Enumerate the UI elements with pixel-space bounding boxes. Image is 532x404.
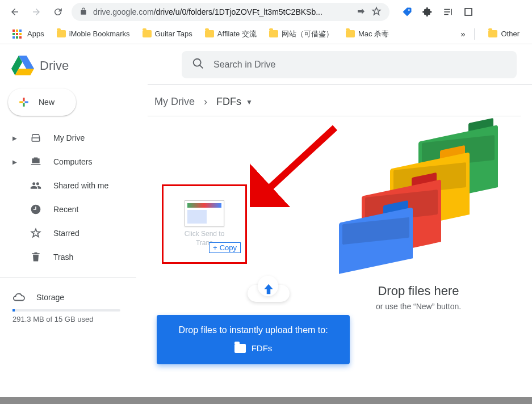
drop-banner-text: Drop files to instantly upload them to: (168, 325, 338, 335)
breadcrumb-root[interactable]: My Drive (154, 96, 195, 108)
bookmark-label: Affilate 交流 (217, 29, 257, 39)
nav-trash[interactable]: Trash (0, 245, 148, 269)
breadcrumb-current-label: FDFs (216, 96, 241, 108)
apps-label: Apps (27, 30, 44, 38)
bookmarks-overflow[interactable]: » (460, 29, 465, 39)
new-button-label: New (39, 98, 55, 107)
bookmark-label: iMobie Bookmarks (69, 30, 130, 38)
search-input[interactable]: Search in Drive (182, 51, 517, 78)
storage-used-text: 291.3 MB of 15 GB used (0, 315, 148, 323)
bookmark-label: Guitar Taps (155, 30, 192, 38)
shared-icon (30, 179, 42, 192)
share-icon[interactable] (357, 7, 366, 18)
drop-subtitle: or use the “New” button. (339, 302, 498, 311)
svg-point-0 (408, 9, 410, 11)
nav-label: Shared with me (53, 181, 108, 190)
nav-label: Computers (53, 157, 92, 166)
bookmark-folder[interactable]: Guitar Taps (138, 27, 197, 40)
nav-label: Storage (36, 293, 64, 302)
other-bookmarks[interactable]: Other (484, 27, 524, 40)
main-content: Search in Drive My Drive › FDFs ▼ Click … (148, 44, 532, 404)
reload-button[interactable] (50, 4, 66, 20)
starred-icon (30, 227, 42, 239)
nav-starred[interactable]: Starred (0, 221, 148, 245)
apps-shortcut[interactable]: Apps (8, 27, 49, 41)
drop-zone[interactable]: Click Send to Trans + Copy (148, 116, 532, 366)
plus-icon (16, 94, 32, 110)
bookmark-folder[interactable]: 网站（可借鉴） (265, 27, 338, 41)
nav-label: Starred (53, 229, 79, 238)
breadcrumb-current[interactable]: FDFs ▼ (216, 96, 253, 108)
folder-icon (57, 30, 66, 37)
storage-progress (12, 309, 120, 312)
bookmark-label: Other (501, 30, 520, 38)
folder-icon (143, 30, 152, 37)
breadcrumb: My Drive › FDFs ▼ (148, 85, 532, 116)
url-text: drive.google.com/drive/u/0/folders/1DTjo… (93, 7, 351, 16)
copy-label: Copy (220, 243, 237, 252)
bookmarks-bar: Apps iMobie Bookmarks Guitar Taps Affila… (0, 24, 532, 44)
bookmark-folder[interactable]: iMobie Bookmarks (52, 27, 135, 40)
chevron-right-icon: ▶ (12, 135, 18, 141)
nav-my-drive[interactable]: ▶ My Drive (0, 126, 148, 150)
folder-icon (234, 344, 246, 353)
product-name: Drive (40, 58, 69, 73)
annotation-arrow (250, 122, 341, 207)
folder-icon (269, 30, 278, 37)
apps-icon (12, 30, 22, 39)
reading-list-icon[interactable] (442, 6, 454, 18)
logo-row[interactable]: Drive (0, 50, 148, 86)
search-icon (192, 57, 204, 72)
computers-icon (30, 155, 42, 168)
bookmark-label: 网站（可借鉴） (282, 29, 333, 39)
forward-button[interactable] (28, 4, 44, 20)
folder-icon (488, 30, 497, 37)
svg-rect-1 (465, 9, 472, 15)
new-button[interactable]: New (8, 89, 76, 116)
drop-text: Drop files here or use the “New” button. (339, 284, 498, 311)
drive-app: Drive New ▶ My Drive ▶ Computers Shared … (0, 44, 532, 404)
nav-recent[interactable]: Recent (0, 197, 148, 221)
bookmark-folder[interactable]: Affilate 交流 (200, 27, 261, 41)
nav-computers[interactable]: ▶ Computers (0, 150, 148, 174)
tag-icon[interactable] (401, 6, 413, 18)
folder-icon (346, 30, 355, 37)
bookmark-folder[interactable]: Mac 杀毒 (341, 27, 393, 41)
search-placeholder: Search in Drive (213, 60, 275, 70)
upload-cloud-icon (244, 272, 293, 306)
bookmark-label: Mac 杀毒 (358, 29, 389, 39)
window-icon[interactable] (462, 6, 475, 18)
window-frame-bottom (0, 397, 532, 404)
trash-icon (30, 251, 42, 263)
address-bar[interactable]: drive.google.com/drive/u/0/folders/1DTjo… (72, 3, 389, 21)
lock-icon (79, 7, 87, 17)
my-drive-icon (30, 132, 42, 144)
dragged-file-highlight: Click Send to Trans + Copy (162, 184, 247, 264)
drop-banner-target: FDFs (168, 343, 338, 353)
separator (0, 277, 136, 277)
browser-toolbar: drive.google.com/drive/u/0/folders/1DTjo… (0, 0, 532, 24)
chevron-right-icon: › (204, 96, 207, 108)
nav-label: My Drive (53, 133, 85, 142)
copy-badge: + Copy (209, 242, 241, 253)
drive-logo-icon (11, 56, 34, 76)
nav-shared[interactable]: Shared with me (0, 174, 148, 197)
folder-icon (205, 30, 214, 37)
sidebar: Drive New ▶ My Drive ▶ Computers Shared … (0, 44, 148, 404)
drop-title: Drop files here (339, 284, 498, 298)
folders-illustration (339, 133, 498, 264)
back-button[interactable] (7, 4, 23, 20)
plus-icon: + (213, 243, 217, 252)
extensions-icon[interactable] (421, 6, 434, 18)
nav-label: Trash (53, 253, 73, 262)
nav-storage[interactable]: Storage (0, 285, 148, 307)
chevron-down-icon: ▼ (246, 98, 253, 106)
star-icon[interactable] (371, 6, 382, 18)
separator (474, 28, 475, 40)
chevron-right-icon: ▶ (12, 159, 18, 165)
toolbar-right (401, 6, 475, 18)
nav-label: Recent (53, 205, 78, 214)
cloud-icon (12, 291, 25, 304)
drop-banner-folder-name: FDFs (252, 343, 273, 353)
recent-icon (30, 203, 42, 216)
